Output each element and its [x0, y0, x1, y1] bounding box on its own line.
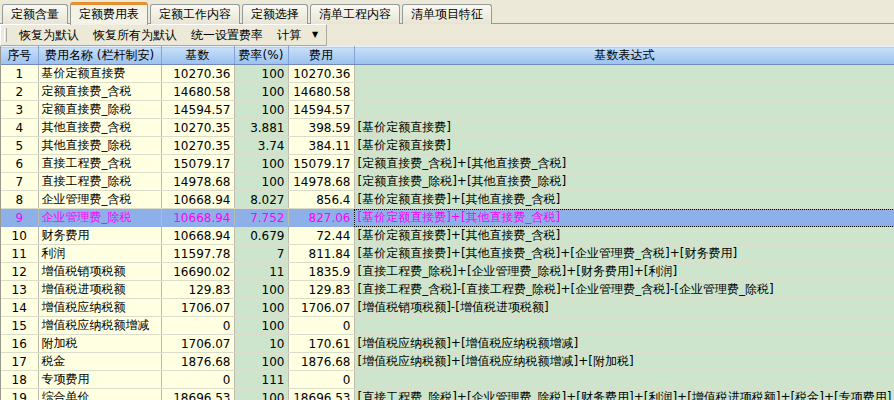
- fee-cell[interactable]: 1835.9: [288, 263, 354, 281]
- row-number-cell[interactable]: 3: [1, 101, 38, 119]
- fee-name-cell[interactable]: 基价定额直接费: [38, 65, 161, 83]
- table-row[interactable]: 11利润11597.787811.84[基价定额直接费]+[其他直接费_含税]+…: [1, 245, 894, 263]
- rate-cell[interactable]: 7: [234, 245, 288, 263]
- table-row[interactable]: 3定额直接费_除税14594.5710014594.57: [1, 101, 894, 119]
- fee-name-cell[interactable]: 专项费用: [38, 371, 161, 389]
- row-number-cell[interactable]: 2: [1, 83, 38, 101]
- table-row[interactable]: 15增值税应纳税额增减01000: [1, 317, 894, 335]
- row-number-cell[interactable]: 19: [1, 389, 38, 400]
- fee-name-cell[interactable]: 企业管理费_除税: [38, 209, 161, 227]
- expression-cell[interactable]: [增值税应纳税额]+[增值税应纳税额增减]+[附加税]: [354, 353, 894, 371]
- row-number-cell[interactable]: 12: [1, 263, 38, 281]
- row-number-cell[interactable]: 16: [1, 335, 38, 353]
- table-row[interactable]: 8企业管理费_含税10668.948.027856.4[基价定额直接费]+[其他…: [1, 191, 894, 209]
- table-row[interactable]: 4其他直接费_含税10270.353.881398.59[基价定额直接费]: [1, 119, 894, 137]
- table-row[interactable]: 7直接工程费_除税14978.6810014978.68[定额直接费_除税]+[…: [1, 173, 894, 191]
- base-cell[interactable]: 0: [161, 317, 234, 335]
- expression-cell[interactable]: [基价定额直接费]: [354, 119, 894, 137]
- row-number-cell[interactable]: 17: [1, 353, 38, 371]
- fee-cell[interactable]: 14680.58: [288, 83, 354, 101]
- row-number-cell[interactable]: 18: [1, 371, 38, 389]
- fee-cell[interactable]: 827.06: [288, 209, 354, 227]
- tab-quota-select[interactable]: 定额选择: [242, 4, 308, 24]
- rate-cell[interactable]: 3.881: [234, 119, 288, 137]
- toolbar-overflow-dropdown-icon[interactable]: ▼: [308, 25, 320, 45]
- fee-name-cell[interactable]: 增值税销项税额: [38, 263, 161, 281]
- expression-cell[interactable]: [直接工程费_除税]+[企业管理费_除税]+[财务费用]+[利润]+[增值税进项…: [354, 389, 894, 400]
- rate-cell[interactable]: 100: [234, 299, 288, 317]
- fee-name-cell[interactable]: 财务费用: [38, 227, 161, 245]
- table-row[interactable]: 12增值税销项税额16690.02111835.9[直接工程费_除税]+[企业管…: [1, 263, 894, 281]
- expression-cell[interactable]: [354, 371, 894, 389]
- rate-cell[interactable]: 100: [234, 173, 288, 191]
- fee-name-cell[interactable]: 附加税: [38, 335, 161, 353]
- rate-cell[interactable]: 3.74: [234, 137, 288, 155]
- set-rate-uniform-button[interactable]: 统一设置费率: [184, 25, 270, 45]
- base-cell[interactable]: 14978.68: [161, 173, 234, 191]
- col-header-fee[interactable]: 费用: [288, 47, 354, 65]
- rate-cell[interactable]: 100: [234, 65, 288, 83]
- tab-quota-work-content[interactable]: 定额工作内容: [150, 4, 240, 24]
- fee-cell[interactable]: 0: [288, 371, 354, 389]
- base-cell[interactable]: 10668.94: [161, 191, 234, 209]
- tab-list-work-content[interactable]: 清单工程内容: [310, 4, 400, 24]
- rate-cell[interactable]: 111: [234, 371, 288, 389]
- fee-cell[interactable]: 14594.57: [288, 101, 354, 119]
- base-cell[interactable]: 10270.36: [161, 65, 234, 83]
- base-cell[interactable]: 18696.53: [161, 389, 234, 400]
- expression-cell[interactable]: [定额直接费_除税]+[其他直接费_除税]: [354, 173, 894, 191]
- base-cell[interactable]: 10270.35: [161, 137, 234, 155]
- row-number-cell[interactable]: 1: [1, 65, 38, 83]
- row-number-cell[interactable]: 9: [1, 209, 38, 227]
- col-header-base[interactable]: 基数: [161, 47, 234, 65]
- fee-name-cell[interactable]: 其他直接费_除税: [38, 137, 161, 155]
- base-cell[interactable]: 14594.57: [161, 101, 234, 119]
- expression-cell[interactable]: [基价定额直接费]: [354, 137, 894, 155]
- row-number-cell[interactable]: 15: [1, 317, 38, 335]
- expression-cell[interactable]: [基价定额直接费]+[其他直接费_含税]: [354, 191, 894, 209]
- rate-cell[interactable]: 100: [234, 83, 288, 101]
- toolbar-grip-icon[interactable]: [4, 28, 7, 42]
- expression-cell[interactable]: [直接工程费_含税]-[直接工程费_除税]+[企业管理费_含税]-[企业管理费_…: [354, 281, 894, 299]
- base-cell[interactable]: 129.83: [161, 281, 234, 299]
- row-number-cell[interactable]: 14: [1, 299, 38, 317]
- row-number-cell[interactable]: 10: [1, 227, 38, 245]
- col-header-expression[interactable]: 基数表达式: [354, 47, 894, 65]
- expression-cell[interactable]: [354, 101, 894, 119]
- fee-name-cell[interactable]: 增值税进项税额: [38, 281, 161, 299]
- expression-cell[interactable]: [354, 65, 894, 83]
- expression-cell[interactable]: [增值税应纳税额]+[增值税应纳税额增减]: [354, 335, 894, 353]
- fee-cell[interactable]: 811.84: [288, 245, 354, 263]
- base-cell[interactable]: 0: [161, 371, 234, 389]
- fee-cell[interactable]: 1876.68: [288, 353, 354, 371]
- row-number-cell[interactable]: 11: [1, 245, 38, 263]
- expression-cell[interactable]: [定额直接费_含税]+[其他直接费_含税]: [354, 155, 894, 173]
- tab-list-item-feature[interactable]: 清单项目特征: [402, 4, 492, 24]
- rate-cell[interactable]: 100: [234, 155, 288, 173]
- fee-name-cell[interactable]: 企业管理费_含税: [38, 191, 161, 209]
- fee-cell[interactable]: 384.11: [288, 137, 354, 155]
- fee-cell[interactable]: 1706.07: [288, 299, 354, 317]
- expression-cell[interactable]: [基价定额直接费]+[其他直接费_含税]: [354, 227, 894, 245]
- expression-cell[interactable]: [基价定额直接费]+[其他直接费_含税]+[企业管理费_含税]+[财务费用]: [354, 245, 894, 263]
- fee-name-cell[interactable]: 利润: [38, 245, 161, 263]
- fee-cell[interactable]: 18696.53: [288, 389, 354, 400]
- fee-name-cell[interactable]: 增值税应纳税额: [38, 299, 161, 317]
- col-header-fee-name[interactable]: 费用名称 (栏杆制安): [38, 47, 161, 65]
- tab-quota-fee-table[interactable]: 定额费用表: [70, 2, 148, 25]
- base-cell[interactable]: 1876.68: [161, 353, 234, 371]
- table-row[interactable]: 5其他直接费_除税10270.353.74384.11[基价定额直接费]: [1, 137, 894, 155]
- table-row[interactable]: 10财务费用10668.940.67972.44[基价定额直接费]+[其他直接费…: [1, 227, 894, 245]
- table-row[interactable]: 13增值税进项税额129.83100129.83[直接工程费_含税]-[直接工程…: [1, 281, 894, 299]
- fee-cell[interactable]: 15079.17: [288, 155, 354, 173]
- base-cell[interactable]: 11597.78: [161, 245, 234, 263]
- row-number-cell[interactable]: 13: [1, 281, 38, 299]
- expression-cell[interactable]: [基价定额直接费]+[其他直接费_含税]: [354, 209, 894, 227]
- fee-name-cell[interactable]: 定额直接费_含税: [38, 83, 161, 101]
- expression-cell[interactable]: [354, 317, 894, 335]
- base-cell[interactable]: 10668.94: [161, 209, 234, 227]
- fee-name-cell[interactable]: 直接工程费_除税: [38, 173, 161, 191]
- table-row[interactable]: 2定额直接费_含税14680.5810014680.58: [1, 83, 894, 101]
- fee-name-cell[interactable]: 其他直接费_含税: [38, 119, 161, 137]
- table-row[interactable]: 18专项费用01110: [1, 371, 894, 389]
